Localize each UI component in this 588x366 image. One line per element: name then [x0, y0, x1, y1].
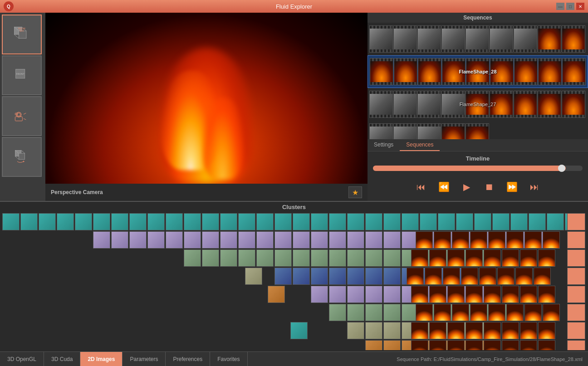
viewport-main[interactable]: [45, 13, 368, 184]
lower-section: Clusters: [0, 201, 588, 351]
skip-back-button[interactable]: ⏮: [414, 180, 428, 194]
tab-3d-opengl[interactable]: 3D OpenGL: [0, 352, 44, 366]
app-logo: Q: [4, 1, 14, 11]
rewind-button[interactable]: ⏪: [437, 180, 451, 194]
film-frame: [417, 91, 441, 118]
view-thumb-perspective[interactable]: PERSP WAY: [2, 15, 42, 54]
fast-forward-button[interactable]: ⏩: [505, 180, 519, 194]
film-frame: [562, 25, 585, 53]
app-wrapper: Q Fluid Explorer — □ ✕ PERSP: [0, 0, 588, 366]
tab-parameters[interactable]: Parameters: [122, 352, 166, 366]
film-frame: [490, 91, 513, 118]
timeline-slider-fill: [373, 166, 566, 171]
tab-3d-cuda[interactable]: 3D Cuda: [44, 352, 80, 366]
film-strip-row-4[interactable]: [368, 121, 588, 139]
svg-text:PERSP: PERSP: [18, 28, 25, 30]
cluster-canvas: [0, 212, 588, 350]
tab-settings[interactable]: Settings: [368, 139, 400, 151]
film-frame: [514, 91, 537, 118]
film-frame: [466, 123, 489, 139]
film-frame: [417, 123, 441, 139]
film-frame: [394, 58, 417, 85]
status-bar: Sequence Path: E:/FluidSimulations/Camp_…: [248, 356, 588, 362]
film-frame: [562, 58, 586, 85]
film-frame: [393, 25, 417, 53]
clusters-content: [0, 212, 588, 350]
svg-line-19: [15, 156, 19, 160]
favorite-star-button[interactable]: ★: [348, 186, 362, 198]
film-frame: [538, 58, 562, 85]
film-frame: [441, 25, 465, 53]
timeline-slider-track[interactable]: [373, 166, 583, 171]
play-button[interactable]: ▶: [460, 180, 473, 194]
camera-label-bar: Perspective Camera ★: [45, 184, 368, 201]
film-frame: [369, 123, 393, 139]
window-title: Fluid Explorer: [276, 3, 312, 10]
film-strip-row-flameshape28[interactable]: FlameShape_28: [368, 55, 588, 88]
left-view-panel: PERSP WAY FRONT: [0, 13, 45, 201]
film-frame: [490, 58, 514, 85]
svg-text:WAY: WAY: [18, 152, 22, 154]
timeline-section: Timeline ⏮ ⏪ ▶ ⏹ ⏩ ⏭: [368, 151, 588, 201]
film-frame: [514, 25, 537, 53]
svg-marker-22: [23, 161, 24, 162]
film-frame: [490, 25, 513, 53]
svg-rect-11: [15, 117, 22, 121]
tab-2d-images[interactable]: 2D Images: [80, 352, 122, 366]
film-strips-container[interactable]: FlameShape_28: [368, 23, 588, 139]
skip-forward-button[interactable]: ⏭: [528, 180, 541, 194]
film-strip-row-flameshape27[interactable]: FlameShape_27: [368, 88, 588, 121]
fire-visual: [45, 13, 368, 184]
clusters-header: Clusters: [0, 202, 588, 212]
minimize-button[interactable]: —: [556, 3, 564, 10]
upper-section: PERSP WAY FRONT: [0, 13, 588, 201]
clusters-area: Clusters: [0, 201, 588, 351]
right-panel-tabs: Settings Sequences: [368, 139, 588, 151]
svg-text:FRONT: FRONT: [16, 73, 24, 75]
film-frame: [466, 58, 490, 85]
film-frame: [466, 91, 489, 118]
film-frame: [538, 25, 561, 53]
window-controls: — □ ✕: [556, 3, 584, 10]
film-strip-row-1[interactable]: [368, 23, 588, 55]
fire-flame-layer3: [202, 98, 243, 179]
film-frame: [466, 25, 489, 53]
timeline-title: Timeline: [373, 155, 583, 162]
tab-preferences[interactable]: Preferences: [166, 352, 210, 366]
camera-name: Perspective Camera: [51, 189, 103, 195]
svg-text:WAY: WAY: [20, 30, 24, 32]
film-frame: [441, 123, 465, 139]
view-thumb-camera[interactable]: [2, 96, 42, 136]
maximize-button[interactable]: □: [566, 3, 574, 10]
title-bar: Q Fluid Explorer — □ ✕: [0, 0, 588, 13]
film-frame: [370, 58, 393, 85]
content-area: PERSP WAY FRONT: [0, 13, 588, 351]
film-strip-2: [370, 58, 586, 85]
film-frame: [393, 91, 417, 118]
film-frame: [369, 91, 393, 118]
film-strip-1: [369, 25, 585, 53]
svg-line-13: [24, 113, 26, 114]
film-frame: [442, 58, 466, 85]
playback-controls: ⏮ ⏪ ▶ ⏹ ⏩ ⏭: [373, 178, 583, 197]
close-button[interactable]: ✕: [576, 3, 584, 10]
timeline-slider-thumb[interactable]: [558, 165, 565, 172]
film-frame: [562, 91, 585, 118]
stop-button[interactable]: ⏹: [482, 180, 496, 194]
film-strip-3: [369, 91, 585, 118]
tab-sequences[interactable]: Sequences: [400, 139, 440, 151]
film-frame: [417, 25, 441, 53]
film-frame: [393, 123, 417, 139]
sequences-header: Sequences: [368, 13, 588, 23]
svg-line-14: [24, 118, 26, 120]
film-frame: [418, 58, 441, 85]
film-frame: [538, 91, 561, 118]
svg-line-4: [14, 34, 19, 39]
view-thumb-rotate[interactable]: PERSP WAY: [2, 137, 42, 177]
view-thumb-front[interactable]: FRONT: [2, 55, 42, 95]
bottom-bar: 3D OpenGL 3D Cuda 2D Images Parameters P…: [0, 351, 588, 366]
center-viewport: Perspective Camera ★: [45, 13, 368, 201]
right-panel: Sequences: [368, 13, 588, 201]
film-frame: [369, 25, 393, 53]
tab-favorites[interactable]: Favorites: [210, 352, 247, 366]
